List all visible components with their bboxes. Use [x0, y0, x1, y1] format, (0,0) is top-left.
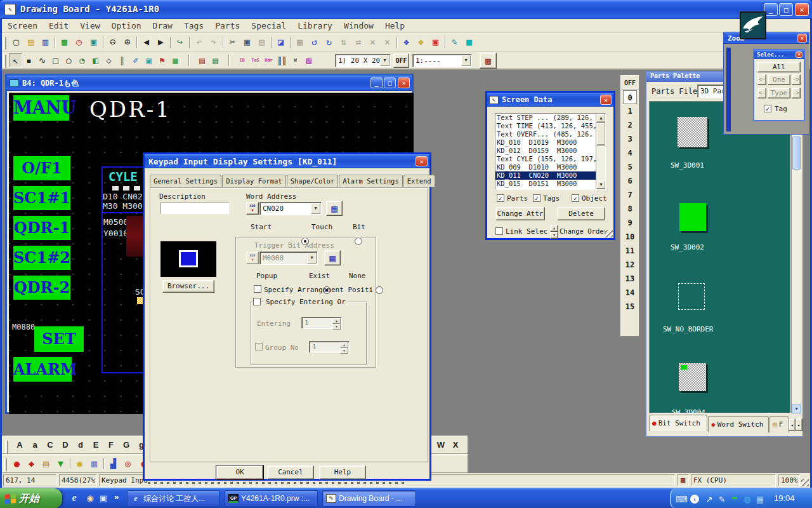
scroll-down-icon[interactable]: ▼ — [792, 404, 801, 413]
screen-select-combo[interactable]: 1:----▼ — [412, 54, 472, 67]
entering-order-checkbox[interactable] — [253, 298, 261, 305]
quick-launch-more-icon[interactable]: » — [114, 492, 119, 502]
close-button[interactable]: ✕ — [795, 3, 809, 16]
pen-tray-icon[interactable]: ✎ — [717, 494, 727, 504]
letter-button[interactable]: E — [91, 440, 100, 450]
toolbar-icon[interactable]: ▣ — [86, 35, 101, 50]
select-type-button[interactable]: Type — [768, 88, 790, 98]
dialog-titlebar[interactable]: Keypad Input Display Settings [KD_011] ✕ — [145, 154, 429, 168]
toolbar-icon[interactable] — [182, 53, 195, 67]
state-cell[interactable]: 2 — [623, 118, 637, 132]
screen-data-row[interactable]: KD_010 D1019 M3000 — [495, 138, 596, 147]
tag-checkbox[interactable]: ✓ — [764, 105, 771, 112]
state-cell[interactable]: 10 — [623, 230, 637, 244]
chevron-down-icon[interactable]: ▼ — [461, 55, 471, 66]
canvas-nav-button[interactable]: QDR-1 — [13, 216, 70, 240]
select-one-button[interactable]: One — [768, 74, 790, 85]
toolbar-icon[interactable]: ✕ — [380, 35, 395, 50]
toolbar-icon[interactable]: ▼ — [53, 457, 68, 471]
toolbar-icon[interactable]: Hdr — [262, 53, 275, 67]
quick-launch-msn-icon[interactable]: ◉ — [85, 493, 95, 504]
help-button[interactable]: Help — [319, 465, 366, 479]
toolbar-icon[interactable]: W — [289, 53, 302, 67]
zoom-titlebar[interactable]: Zoom ✕ — [724, 32, 809, 44]
arrow-down-icon[interactable]: ▼ — [550, 232, 558, 239]
toolbar-icon[interactable]: ↺ — [307, 35, 322, 50]
toolbar-icon[interactable]: ∥ — [115, 53, 129, 67]
globe-tray-icon[interactable]: ◍ — [742, 494, 752, 504]
browser-button[interactable]: Browser... — [162, 280, 214, 293]
close-button[interactable]: ✕ — [796, 51, 802, 58]
part-sw-3d001-thumb[interactable] — [678, 117, 707, 147]
type-next-button[interactable]: -> — [792, 88, 801, 98]
toolbar-icon[interactable]: ▦ — [292, 35, 307, 50]
toolbar-icon[interactable]: ▤ — [23, 35, 38, 50]
toolbar-icon[interactable]: ↻ — [322, 35, 336, 50]
part-sw-3d002-thumb[interactable] — [679, 203, 706, 231]
toolbar-icon[interactable] — [288, 35, 292, 50]
toolbar-grip[interactable] — [3, 55, 6, 68]
toolbar-icon[interactable]: ▶ — [154, 35, 168, 50]
state-cell[interactable]: 1 — [623, 104, 637, 118]
screen-data-row[interactable]: KD_011 CN020 M3000 — [495, 171, 596, 180]
change-order-stepper[interactable]: ▲ ▼ — [550, 225, 558, 237]
keyboard-tray-icon[interactable]: ⌨ — [676, 494, 686, 504]
parts-checkbox[interactable]: ✓ — [497, 194, 504, 202]
ok-button[interactable]: OK — [216, 465, 263, 479]
screen-data-titlebar[interactable]: ✎ Screen Data ✕ — [487, 93, 613, 107]
toolbar-grip[interactable] — [3, 37, 6, 50]
toolbar-icon[interactable] — [395, 35, 399, 50]
parts-scrollbar[interactable]: ▲ ▼ — [791, 101, 801, 413]
scrollbar-thumb[interactable] — [792, 137, 801, 170]
chevron-down-icon[interactable]: ▼ — [380, 55, 390, 66]
toolbar-icon[interactable]: ∿ — [36, 53, 49, 67]
toolbar-grip[interactable] — [4, 458, 7, 471]
toolbar-icon[interactable]: ⊖ — [105, 35, 120, 50]
one-prev-button[interactable]: <- — [757, 74, 766, 85]
toolbar-icon[interactable] — [187, 35, 192, 50]
tab-scroll-left-icon[interactable]: ◂ — [789, 418, 796, 431]
scroll-up-icon[interactable]: ▲ — [596, 114, 606, 123]
calculator-button[interactable]: ▦ — [326, 201, 343, 216]
alarm-touch-button[interactable]: ALARM — [13, 357, 72, 382]
state-cell[interactable]: 14 — [623, 286, 637, 300]
taskbar-task-project[interactable]: GP Y4261A-1R0.prw :... — [225, 490, 318, 507]
toolbar-icon[interactable]: ▤ — [195, 53, 209, 67]
toolbar-icon[interactable] — [222, 53, 235, 67]
dialog-tab[interactable]: Extend — [403, 175, 435, 187]
toolbar-icon[interactable]: ✕ — [365, 35, 380, 50]
network-tray-icon[interactable]: ▦ — [755, 494, 765, 504]
screen-data-row[interactable]: KD_009 D1010 M3000 — [495, 163, 596, 171]
tags-checkbox[interactable]: ✓ — [533, 194, 540, 202]
scroll-down-icon[interactable]: ▼ — [596, 180, 606, 189]
state-cell[interactable]: 5 — [623, 160, 637, 174]
menu-item[interactable]: Parts — [209, 20, 246, 32]
tab-scroll-right-icon[interactable]: ▸ — [796, 418, 802, 431]
toolbar-icon[interactable]: ▟ — [106, 457, 121, 471]
screen-data-row[interactable]: Text OVERF... (485, 126, 5 — [495, 130, 596, 138]
maximize-button[interactable]: □ — [384, 77, 396, 88]
state-cell[interactable]: 7 — [623, 188, 637, 202]
object-checkbox[interactable]: ✓ — [572, 194, 579, 202]
parts-list[interactable]: SW_3D001 SW_3D002 SW_NO_BORDER SW_3D004 — [649, 101, 791, 413]
menu-item[interactable]: Window — [338, 20, 379, 32]
letter-button[interactable]: a — [30, 440, 39, 450]
menu-item[interactable]: Option — [106, 20, 147, 32]
letter-button[interactable]: W — [436, 440, 445, 450]
select-titlebar[interactable]: Selec... ✕ — [754, 50, 804, 59]
state-cell[interactable]: 6 — [623, 174, 637, 188]
toolbar-icon[interactable] — [101, 35, 105, 50]
toolbar-icon[interactable]: ▪ — [22, 53, 36, 67]
state-cell[interactable]: 0 — [623, 90, 637, 104]
state-cell[interactable]: 12 — [623, 258, 637, 272]
type-prev-button[interactable]: <- — [757, 88, 766, 98]
close-button[interactable]: ✕ — [600, 95, 612, 105]
menu-item[interactable]: Library — [292, 20, 338, 32]
state-off-label[interactable]: OFF — [621, 76, 639, 90]
menu-item[interactable]: View — [74, 20, 105, 32]
taskbar-task-forum[interactable]: e 综合讨论 工控人... — [127, 490, 219, 507]
toolbar-icon[interactable]: TaS — [249, 53, 262, 67]
maximize-button[interactable]: □ — [779, 3, 793, 16]
toolbar-icon[interactable] — [443, 35, 447, 50]
state-cell[interactable]: 13 — [623, 272, 637, 286]
